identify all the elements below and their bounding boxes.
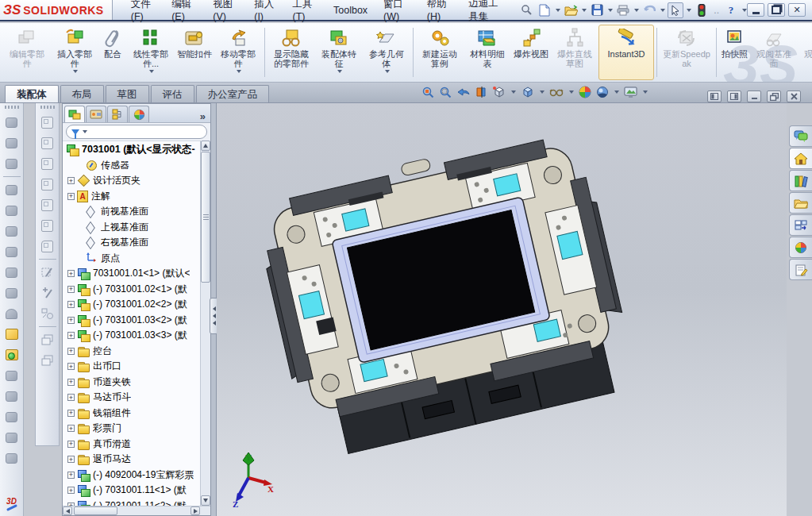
expand-icon[interactable] [67, 379, 75, 386]
pane-right-icon[interactable] [727, 90, 741, 102]
expand-icon[interactable] [67, 487, 75, 494]
scroll-left-icon[interactable] [63, 506, 72, 515]
appearances-scenes-tab[interactable] [789, 237, 812, 258]
component-pattern-tool-icon[interactable] [2, 180, 21, 199]
expand-icon[interactable] [67, 332, 75, 339]
isolate-tool-icon[interactable] [2, 325, 21, 344]
menu-view[interactable]: 视图(V) [206, 0, 245, 25]
view-right-cube-icon[interactable] [38, 175, 57, 194]
expand-icon[interactable] [67, 348, 75, 355]
hide-show-tool-icon[interactable] [2, 449, 21, 468]
doc-close-icon[interactable] [787, 90, 801, 102]
view-bottom-cube-icon[interactable] [38, 216, 57, 235]
edit-component-button[interactable]: 编辑零部件 [3, 25, 51, 80]
tree-item-folder[interactable]: 马达币斗 [63, 390, 210, 406]
sketch-entities-tool-icon[interactable] [38, 304, 57, 323]
insert-components-button[interactable]: 插入零部件 [51, 25, 98, 80]
edit-appearance-icon[interactable] [579, 86, 591, 98]
view-back-cube-icon[interactable] [38, 133, 57, 152]
view-isometric-cube-icon[interactable] [38, 237, 57, 256]
menu-insert[interactable]: 插入(I) [247, 0, 283, 25]
tree-item-top-plane[interactable]: 上视基准面 [63, 220, 210, 236]
tile-windows-icon[interactable] [38, 351, 57, 370]
expand-icon[interactable] [67, 286, 75, 293]
edit-component-tool-icon[interactable] [2, 113, 21, 132]
sketch-tool-icon[interactable] [38, 263, 57, 282]
doc-minimize-icon[interactable] [747, 90, 761, 102]
expand-icon[interactable] [67, 425, 75, 432]
new-document-icon[interactable] [537, 2, 552, 18]
tab-office-products[interactable]: 办公室产品 [196, 85, 270, 102]
custom-properties-tab[interactable] [789, 259, 812, 280]
view-orientation-caret[interactable] [511, 90, 516, 94]
view-front-cube-icon[interactable] [38, 113, 57, 132]
view-left-cube-icon[interactable] [38, 154, 57, 173]
new-motion-study-button[interactable]: 新建运动算例 [416, 25, 464, 80]
expand-icon[interactable] [67, 193, 75, 200]
interference-tool-icon[interactable] [2, 366, 21, 385]
menu-window[interactable]: 窗口(W) [376, 0, 418, 25]
mirror-components-tool-icon[interactable] [2, 201, 21, 220]
menu-help[interactable]: 帮助(H) [420, 0, 460, 25]
cascade-windows-icon[interactable] [38, 330, 57, 349]
view-palette-tab[interactable] [789, 214, 812, 236]
instant3d-button[interactable]: Instant3D [598, 25, 654, 80]
expand-icon[interactable] [67, 177, 75, 184]
tree-item-folder[interactable]: 真币滑道 [63, 437, 210, 452]
take-snapshot-button[interactable]: 拍快照 [719, 25, 750, 80]
mate-button[interactable]: 配合 [98, 25, 127, 80]
tree-item-component[interactable]: (-) 7031001.02<2> (默 [63, 297, 210, 313]
tree-item-component[interactable]: (-) 7031001.11<2> (默 [63, 499, 210, 506]
tree-item-component[interactable]: (-) 7031001.03<3> (默 [63, 328, 210, 344]
expand-icon[interactable] [67, 441, 75, 448]
toolbar-grip[interactable] [5, 106, 19, 109]
make-subassembly-tool-icon[interactable] [2, 387, 21, 406]
assembly-features-button[interactable]: 装配体特征 [315, 25, 363, 80]
close-icon[interactable] [788, 3, 806, 17]
expand-icon[interactable] [67, 456, 75, 463]
minimize-icon[interactable] [747, 3, 764, 17]
tree-root-item[interactable]: 7031001 (默认<显示状态- [63, 142, 210, 158]
undo-caret[interactable] [660, 9, 665, 12]
assembly-features-caret[interactable] [337, 70, 342, 73]
zoom-fit-icon[interactable] [421, 86, 434, 98]
undo-icon[interactable] [641, 2, 657, 18]
smart-fasteners-tool-icon[interactable] [2, 221, 21, 241]
scrollbar-thumb[interactable] [74, 506, 117, 515]
view-orientation-icon[interactable] [492, 86, 506, 98]
configurationmanager-tab[interactable] [107, 106, 128, 122]
restore-icon[interactable] [768, 3, 785, 17]
linear-component-pattern-button[interactable]: 线性零部件... [127, 25, 175, 80]
tree-item-folder[interactable]: 控台 [63, 344, 210, 360]
mate-tool-icon[interactable] [2, 154, 21, 173]
search-icon[interactable] [518, 2, 534, 18]
open-icon[interactable] [563, 2, 579, 18]
display-style-icon[interactable] [521, 86, 534, 98]
insert-components-caret[interactable] [73, 70, 78, 73]
exploded-view-tool-icon[interactable] [2, 428, 21, 447]
expand-icon[interactable] [67, 472, 75, 479]
bill-of-materials-button[interactable]: 材料明细表 [464, 25, 511, 80]
tree-item-folder[interactable]: 退币马达 [63, 452, 210, 468]
3d-sketch-icon[interactable]: 3D [2, 490, 21, 515]
tree-filter-input[interactable] [66, 125, 207, 139]
select-cursor-caret[interactable] [687, 9, 691, 12]
view-settings-caret[interactable] [643, 90, 648, 94]
design-library-tab[interactable] [789, 170, 812, 191]
apply-scene-caret[interactable] [614, 90, 619, 94]
tree-item-right-plane[interactable]: 右视基准面 [63, 235, 210, 251]
hide-show-items-icon[interactable] [549, 87, 564, 98]
rotate-component-tool-icon[interactable] [2, 263, 21, 282]
tree-item-origin[interactable]: 原点 [63, 251, 210, 267]
tree-item-component[interactable]: (-) 7031001.11<1> (默 [63, 483, 210, 499]
help-icon[interactable]: ? [723, 2, 739, 18]
add-sketch-tool-icon[interactable] [38, 283, 57, 302]
tree-item-folder[interactable]: 彩票门 [63, 421, 210, 437]
tree-item-component[interactable]: (-) 7031001.03<2> (默 [63, 313, 210, 329]
scroll-down-icon[interactable] [201, 495, 210, 506]
tree-item-design-binder[interactable]: 设计活页夹 [63, 173, 210, 189]
scrollbar-thumb[interactable] [201, 152, 210, 283]
open-caret[interactable] [582, 9, 587, 12]
expand-icon[interactable] [67, 317, 75, 324]
panel-overflow-chevron-icon[interactable] [200, 110, 206, 122]
